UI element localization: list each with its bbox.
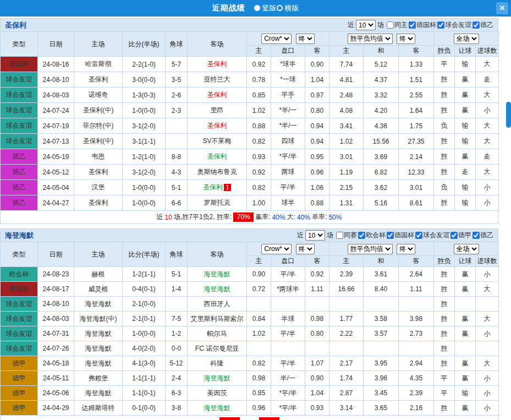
- result-wdl: 平: [434, 57, 455, 72]
- result-goals: [476, 297, 499, 312]
- avg-metric-select[interactable]: 胜平负均值: [348, 244, 393, 254]
- avg-home: 1.77: [329, 312, 364, 326]
- home-team[interactable]: 赫根: [74, 267, 123, 282]
- filter-checkbox[interactable]: 德乙: [472, 20, 493, 30]
- away-team[interactable]: 帕尔马: [188, 326, 247, 341]
- away-team[interactable]: 海登海默: [188, 282, 247, 297]
- odds-final-select[interactable]: 终: [296, 244, 315, 254]
- away-team[interactable]: 科隆: [188, 356, 247, 371]
- home-team[interactable]: 弗赖堡: [74, 371, 123, 386]
- away-team[interactable]: FC 诺尔曼尼亚: [188, 341, 247, 356]
- corners: 6-3: [166, 386, 188, 401]
- avg-home: 3.14: [329, 401, 364, 416]
- filter-checkbox[interactable]: 德国杯: [387, 231, 414, 240]
- away-team[interactable]: 圣保利1: [188, 180, 247, 195]
- odds-company-select[interactable]: Crow*: [261, 34, 292, 44]
- close-button[interactable]: ✕: [496, 2, 508, 14]
- filters: 近 10 场 同赛欧会杯德国杯球会友谊德甲德乙: [297, 230, 493, 241]
- home-team[interactable]: 哈雷斯彻: [74, 57, 123, 72]
- home-team[interactable]: 海登海默: [74, 386, 123, 401]
- home-team[interactable]: 韦恩: [74, 149, 123, 165]
- checkbox-input[interactable]: [472, 21, 480, 29]
- fulltime-select[interactable]: 全场: [454, 244, 479, 254]
- away-team-name: 科隆: [211, 359, 224, 367]
- checkbox-input[interactable]: [409, 21, 416, 29]
- results-tbody: 德国杯 24-08-16 哈雷斯彻 2-2(1-0) 5-7 圣保利 0.92 …: [1, 57, 499, 211]
- away-team[interactable]: 海登海默: [188, 267, 247, 282]
- home-team[interactable]: 圣保利(中): [74, 103, 123, 118]
- home-team[interactable]: 圣保利(中): [74, 134, 123, 149]
- col-date: 日期: [38, 242, 74, 267]
- result-goals: 小: [476, 326, 499, 341]
- rate-badge: 70%: [233, 212, 254, 222]
- filter-checkbox[interactable]: 德乙: [472, 231, 493, 240]
- away-team[interactable]: 圣保利: [188, 149, 247, 165]
- away-team[interactable]: 圣保利: [188, 88, 247, 103]
- away-team[interactable]: 奥斯纳布鲁克: [188, 165, 247, 180]
- scrollbar-thumb[interactable]: [506, 102, 511, 128]
- away-team[interactable]: 亚特兰大: [188, 72, 247, 88]
- odds-home: [247, 297, 271, 312]
- filter-checkbox[interactable]: 球会友谊: [437, 20, 471, 30]
- match-date: 24-05-06: [38, 386, 74, 401]
- result-wdl: 胜: [434, 72, 455, 88]
- home-team[interactable]: 海登海默: [74, 341, 123, 356]
- away-team[interactable]: 美因茨: [188, 386, 247, 401]
- result-goals: 小: [476, 267, 499, 282]
- filter-checkbox[interactable]: 球会友谊: [415, 231, 449, 240]
- home-team[interactable]: 海登海默(中): [74, 312, 123, 326]
- checkbox-input[interactable]: [387, 232, 394, 239]
- fulltime-select[interactable]: 全场: [454, 34, 479, 44]
- result-goals: 大: [476, 134, 499, 149]
- avg-home: 16.66: [329, 282, 364, 297]
- layout-radio-vertical[interactable]: 竖版: [254, 3, 277, 13]
- recent-label: 近: [297, 231, 304, 240]
- home-team[interactable]: 达姆斯塔特: [74, 401, 123, 416]
- home-team[interactable]: 海登海默: [74, 326, 123, 341]
- filter-checkbox[interactable]: 德甲: [450, 231, 471, 240]
- checkbox-input[interactable]: [415, 232, 422, 239]
- away-team[interactable]: 艾里斯利马斯索尔: [188, 312, 247, 326]
- avg-final-select[interactable]: 终: [397, 244, 415, 254]
- odds-final-select[interactable]: 终: [296, 34, 315, 44]
- away-team[interactable]: 圣保利: [188, 118, 247, 134]
- avg-draw: 3.62: [364, 180, 399, 195]
- home-team[interactable]: 海登海默: [74, 356, 123, 371]
- away-team[interactable]: 里昂: [188, 103, 247, 118]
- result-handicap: 赢: [455, 371, 476, 386]
- checkbox-input[interactable]: [450, 232, 458, 239]
- home-team[interactable]: 威灵根: [74, 282, 123, 297]
- layout-radio-horizontal[interactable]: 横版: [277, 3, 299, 13]
- corners: [166, 134, 188, 149]
- home-team[interactable]: 圣保利: [74, 72, 123, 88]
- result-handicap: 输: [455, 134, 476, 149]
- home-team[interactable]: 圣保利: [74, 165, 123, 180]
- away-team[interactable]: 海登海默: [188, 401, 247, 416]
- checkbox-input[interactable]: [358, 232, 365, 239]
- checkbox-input[interactable]: [437, 21, 444, 29]
- checkbox-input[interactable]: [472, 232, 480, 239]
- filter-checkbox[interactable]: 德国杯: [409, 20, 436, 30]
- home-team[interactable]: 海登海默: [74, 297, 123, 312]
- odds-company-select[interactable]: Crow*: [261, 244, 292, 254]
- avg-metric-select[interactable]: 胜平负均值: [348, 34, 393, 44]
- away-team[interactable]: SV不莱梅: [188, 134, 247, 149]
- home-team[interactable]: 圣保利: [74, 195, 123, 211]
- home-team[interactable]: 汉堡: [74, 180, 123, 195]
- away-team[interactable]: 罗斯托克: [188, 195, 247, 211]
- filter-checkbox[interactable]: 同主: [387, 20, 408, 30]
- filter-checkbox[interactable]: 同赛: [336, 231, 357, 240]
- home-team[interactable]: 诺维奇: [74, 88, 123, 103]
- away-team[interactable]: 海登海默: [188, 371, 247, 386]
- away-team[interactable]: 圣保利: [188, 57, 247, 72]
- summary-text: 大:: [287, 212, 295, 222]
- checkbox-input[interactable]: [387, 21, 394, 29]
- filter-checkbox[interactable]: 欧会杯: [358, 231, 386, 240]
- home-team[interactable]: 菲尔特(中): [74, 118, 123, 134]
- avg-final-select[interactable]: 终: [397, 34, 415, 44]
- recent-count-select[interactable]: 10: [356, 20, 376, 30]
- away-team[interactable]: 西班牙人: [188, 297, 247, 312]
- result-goals: 小: [476, 371, 499, 386]
- checkbox-input[interactable]: [336, 232, 343, 239]
- recent-count-select[interactable]: 10: [305, 230, 325, 241]
